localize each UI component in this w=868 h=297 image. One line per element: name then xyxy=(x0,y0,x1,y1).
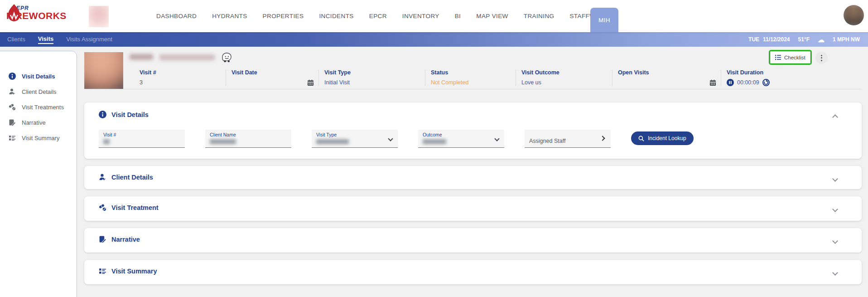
panel-title: Visit Summary xyxy=(111,268,157,275)
panel-title: Visit Details xyxy=(111,111,149,118)
stat-value-visit-number: 3 xyxy=(140,79,226,86)
panel-title: Client Details xyxy=(111,174,153,181)
pills-icon xyxy=(9,103,16,111)
sidebar-item-label: Visit Details xyxy=(22,73,55,80)
wind-label: 1 MPH NW xyxy=(833,36,860,43)
header-divider xyxy=(84,89,862,89)
checklist-button[interactable]: Checklist xyxy=(770,51,810,63)
stat-value-status: Not Completed xyxy=(431,79,516,86)
client-photo-thumbnail xyxy=(89,6,109,27)
nav-inventory[interactable]: INVENTORY xyxy=(402,13,439,19)
visit-sections-sidebar: Visit Details Client Details Visit Treat… xyxy=(0,51,77,297)
client-details-panel: Client Details xyxy=(84,166,862,189)
subtab-visits-assignment[interactable]: Visits Assignment xyxy=(66,36,112,44)
nav-hydrants[interactable]: HYDRANTS xyxy=(212,13,247,19)
expand-chevron-down-icon[interactable] xyxy=(832,176,838,182)
info-icon xyxy=(99,111,106,118)
outcome-select[interactable]: Outcome xyxy=(418,130,504,148)
stat-value-visit-outcome: Love us xyxy=(521,79,612,86)
stat-label-visit-duration: Visit Duration xyxy=(727,69,805,76)
stat-label-visit-type: Visit Type xyxy=(324,69,425,76)
stat-value-visit-duration: 00:00:09 xyxy=(737,79,759,86)
nav-incidents[interactable]: INCIDENTS xyxy=(319,13,353,19)
date-label: 11/12/2024 xyxy=(763,36,790,43)
stat-value-visit-type: Initial Visit xyxy=(324,79,425,86)
reset-timer-icon[interactable] xyxy=(762,79,770,86)
field-label: Outcome xyxy=(423,132,501,137)
sidebar-item-visit-treatments[interactable]: Visit Treatments xyxy=(0,99,77,115)
visit-details-panel: Visit Details Visit # Client Name Visit … xyxy=(84,102,862,159)
summary-icon xyxy=(9,134,16,141)
narrative-icon xyxy=(99,235,106,243)
nav-training[interactable]: TRAINING xyxy=(524,13,555,19)
weekday-label: TUE xyxy=(748,36,759,43)
sidebar-item-label: Visit Summary xyxy=(22,135,60,141)
field-label: Assigned Staff xyxy=(529,138,565,144)
nav-bi[interactable]: BI xyxy=(455,13,461,19)
sidebar-item-label: Client Details xyxy=(22,88,57,95)
narrative-panel: Narrative xyxy=(84,228,862,253)
client-address-redacted xyxy=(159,54,215,60)
nav-mih-active-tab[interactable]: MIH xyxy=(590,8,618,32)
calendar-icon[interactable] xyxy=(709,79,716,86)
field-label: Visit # xyxy=(103,132,181,137)
more-options-kebab-button[interactable] xyxy=(815,52,828,64)
user-avatar[interactable] xyxy=(844,5,864,25)
weather-cloud-icon: ☁ xyxy=(818,36,825,43)
nav-map-view[interactable]: MAP VIEW xyxy=(476,13,508,19)
narrative-icon xyxy=(9,119,16,126)
calendar-icon[interactable] xyxy=(307,79,314,86)
primary-nav: DASHBOARD HYDRANTS PROPERTIES INCIDENTS … xyxy=(156,0,613,32)
client-name-field[interactable]: Client Name xyxy=(205,130,291,148)
incident-lookup-label: Incident Lookup xyxy=(648,135,686,141)
sidebar-item-visit-details[interactable]: Visit Details xyxy=(0,68,77,84)
panel-title: Narrative xyxy=(111,236,140,243)
stat-label-visit-outcome: Visit Outcome xyxy=(521,69,612,76)
pause-timer-icon[interactable] xyxy=(727,79,734,86)
chevron-right-icon xyxy=(600,136,605,141)
search-icon xyxy=(638,136,644,141)
checklist-button-label: Checklist xyxy=(784,55,805,60)
top-nav-bar: EPR FIREWORKS DASHBOARD HYDRANTS PROPERT… xyxy=(0,0,868,32)
person-icon xyxy=(9,88,16,95)
redacted-value xyxy=(103,139,110,144)
redacted-value xyxy=(423,139,446,144)
flame-logo-icon xyxy=(6,3,22,23)
visit-treatment-panel: Visit Treatment xyxy=(84,196,862,221)
client-name-redacted xyxy=(130,54,153,60)
waze-navigation-icon[interactable] xyxy=(221,52,233,64)
expand-chevron-down-icon[interactable] xyxy=(832,206,838,212)
sub-nav-bar: Clients Visits Visits Assignment TUE 11/… xyxy=(0,32,868,47)
summary-icon xyxy=(99,267,106,275)
redacted-value xyxy=(316,139,349,144)
stat-label-visit-number: Visit # xyxy=(140,69,226,76)
expand-chevron-down-icon[interactable] xyxy=(832,238,838,244)
checklist-highlight-box: Checklist xyxy=(769,50,812,65)
visit-stats-row: Visit # 3 Visit Date Visit Type Initial … xyxy=(140,69,805,86)
stat-label-open-visits: Open Visits xyxy=(618,69,721,76)
assigned-staff-field[interactable]: Assigned Staff xyxy=(525,130,611,148)
subtab-clients[interactable]: Clients xyxy=(7,36,25,44)
client-avatar xyxy=(84,52,123,89)
visit-number-field[interactable]: Visit # xyxy=(99,130,185,148)
weather-status: TUE 11/12/2024 51°F ☁ 1 MPH NW xyxy=(748,32,860,47)
stat-label-status: Status xyxy=(431,69,516,76)
incident-lookup-button[interactable]: Incident Lookup xyxy=(631,131,694,145)
field-label: Visit Type xyxy=(316,132,394,137)
sidebar-item-narrative[interactable]: Narrative xyxy=(0,115,77,130)
panel-title: Visit Treatment xyxy=(111,204,159,211)
visit-type-select[interactable]: Visit Type xyxy=(312,130,398,148)
sidebar-item-visit-summary[interactable]: Visit Summary xyxy=(0,130,77,146)
pills-icon xyxy=(99,204,106,211)
nav-properties[interactable]: PROPERTIES xyxy=(263,13,304,19)
stat-value-open-visits xyxy=(618,79,721,86)
redacted-value xyxy=(210,139,236,144)
subtab-visits-active[interactable]: Visits xyxy=(38,35,53,44)
collapse-chevron-up-icon[interactable] xyxy=(832,114,838,120)
field-label: Client Name xyxy=(210,132,288,137)
expand-chevron-down-icon[interactable] xyxy=(832,270,838,276)
nav-epcr[interactable]: EPCR xyxy=(369,13,387,19)
checklist-list-icon xyxy=(775,54,781,60)
nav-dashboard[interactable]: DASHBOARD xyxy=(156,13,197,19)
sidebar-item-client-details[interactable]: Client Details xyxy=(0,84,77,99)
